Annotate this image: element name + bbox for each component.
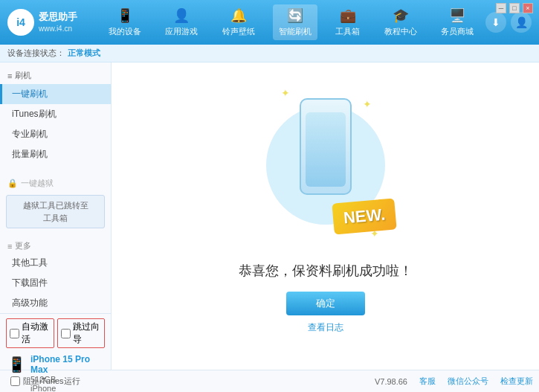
- more-group-icon: ≡: [7, 242, 12, 251]
- download-btn[interactable]: ⬇: [485, 12, 506, 33]
- sidebar-item-one-click-flash[interactable]: 一键刷机: [0, 84, 111, 104]
- jailbreak-info-box: 越狱工具已跳转至 工具箱: [6, 195, 105, 228]
- nav-toolbox[interactable]: 💼 工具箱: [329, 4, 366, 40]
- maximize-button[interactable]: □: [509, 3, 520, 13]
- flash-section: ≡ 刷机 一键刷机 iTunes刷机 专业刷机 批量刷机: [0, 62, 111, 169]
- apps-icon: 👤: [173, 7, 190, 24]
- main-content: ✦ ✦ ✦ NEW. 恭喜您，保资料刷机成功啦！ 确定 查看日志: [112, 62, 539, 370]
- service-icon: 🖥️: [449, 7, 465, 24]
- logo-text: 爱思助手 www.i4.cn: [39, 11, 77, 33]
- success-message: 恭喜您，保资料刷机成功啦！: [239, 262, 413, 280]
- tutorial-icon: 🎓: [393, 7, 409, 24]
- lock-icon: 🔒: [7, 179, 18, 188]
- nav-smart-flash[interactable]: 🔄 智能刷机: [273, 4, 317, 40]
- status-bar: 设备连接状态： 正常模式: [0, 45, 539, 62]
- sidebar-item-itunes-flash[interactable]: iTunes刷机: [0, 104, 111, 124]
- nav-ringtone[interactable]: 🔔 铃声壁纸: [216, 4, 261, 40]
- itunes-checkbox[interactable]: [10, 376, 20, 386]
- phone-container: ✦ ✦ ✦ NEW.: [266, 98, 385, 247]
- phone-screen: [306, 112, 346, 187]
- footer-link-customer[interactable]: 客服: [419, 376, 436, 387]
- logo-area: i4 爱思助手 www.i4.cn: [7, 9, 97, 36]
- sidebar-item-pro-flash[interactable]: 专业刷机: [0, 124, 111, 144]
- sparkle-icon-1: ✦: [281, 87, 290, 99]
- nav-my-device[interactable]: 📱 我的设备: [103, 4, 147, 40]
- sidebar-item-download-firmware[interactable]: 下载固件: [0, 273, 111, 293]
- skip-guide-checkbox[interactable]: [61, 329, 71, 338]
- flash-group-icon: ≡: [7, 71, 12, 80]
- sparkle-icon-2: ✦: [363, 98, 372, 110]
- checkbox-row: 自动激活 跳过向导: [6, 318, 105, 348]
- topbar-actions: ⬇ 👤: [485, 12, 532, 33]
- sidebar-disabled-jailbreak: 🔒 一键越狱: [0, 175, 111, 192]
- itunes-row[interactable]: 阻止iTunes运行: [6, 374, 85, 388]
- auto-activate-checkbox-wrapper[interactable]: 自动激活: [6, 318, 54, 348]
- footer-right: V7.98.66 客服 微信公众号 检查更新: [375, 376, 533, 387]
- footer-link-wechat[interactable]: 微信公众号: [448, 376, 488, 387]
- confirm-button[interactable]: 确定: [286, 292, 365, 315]
- minimize-button[interactable]: ─: [496, 3, 506, 13]
- logo-icon: i4: [7, 9, 34, 36]
- toolbox-icon: 💼: [340, 7, 356, 24]
- nav-tutorial[interactable]: 🎓 教程中心: [378, 4, 423, 40]
- device-icon: 📱: [117, 7, 133, 24]
- nav-apps-games[interactable]: 👤 应用游戏: [159, 4, 204, 40]
- phone-illustration: [300, 98, 352, 195]
- ringtone-icon: 🔔: [230, 7, 247, 24]
- nav-service[interactable]: 🖥️ 务员商城: [435, 4, 480, 40]
- device-phone-icon: 📱: [7, 356, 26, 373]
- version-label: V7.98.66: [375, 377, 407, 386]
- footer-link-update[interactable]: 检查更新: [500, 376, 533, 387]
- window-controls: ─ □ ×: [496, 3, 533, 13]
- new-badge: NEW.: [332, 198, 398, 234]
- more-group-label: ≡ 更多: [0, 237, 111, 253]
- flash-group-label: ≡ 刷机: [0, 67, 111, 84]
- user-btn[interactable]: 👤: [511, 12, 532, 33]
- sidebar-item-other-tools[interactable]: 其他工具: [0, 253, 111, 273]
- nav-bar: 📱 我的设备 👤 应用游戏 🔔 铃声壁纸 🔄 智能刷机 💼 工具箱 🎓: [97, 4, 485, 40]
- view-log-link[interactable]: 查看日志: [308, 321, 343, 334]
- topbar: i4 爱思助手 www.i4.cn 📱 我的设备 👤 应用游戏 🔔 铃声壁纸 🔄: [0, 0, 539, 45]
- sidebar-item-advanced[interactable]: 高级功能: [0, 293, 111, 313]
- auto-activate-checkbox[interactable]: [10, 329, 19, 338]
- main-layout: ≡ 刷机 一键刷机 iTunes刷机 专业刷机 批量刷机 🔒: [0, 62, 539, 370]
- skip-guide-checkbox-wrapper[interactable]: 跳过向导: [57, 318, 106, 348]
- flash-icon: 🔄: [287, 7, 303, 24]
- success-graphic: ✦ ✦ ✦ NEW.: [266, 98, 385, 247]
- close-button[interactable]: ×: [523, 3, 533, 13]
- sidebar: ≡ 刷机 一键刷机 iTunes刷机 专业刷机 批量刷机 🔒: [0, 62, 112, 370]
- sidebar-item-batch-flash[interactable]: 批量刷机: [0, 144, 111, 164]
